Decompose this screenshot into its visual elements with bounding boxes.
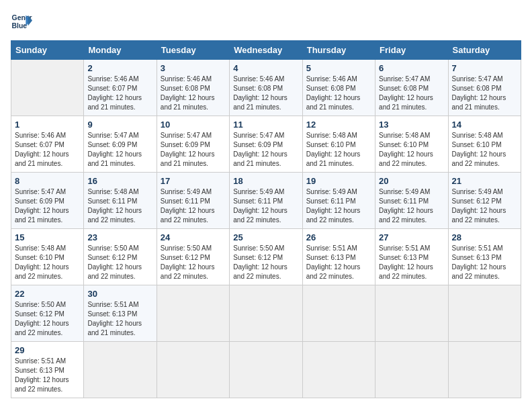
logo: General Blue <box>11 11 32 32</box>
day-number: 17 <box>161 176 226 186</box>
calendar-cell: 26Sunrise: 5:51 AMSunset: 6:13 PMDayligh… <box>302 229 375 285</box>
day-detail: Sunrise: 5:48 AMSunset: 6:11 PMDaylight:… <box>87 187 152 225</box>
day-number: 23 <box>87 232 152 242</box>
calendar-row: 1Sunrise: 5:46 AMSunset: 6:07 PMDaylight… <box>11 116 521 173</box>
day-number: 25 <box>233 232 298 242</box>
calendar-cell: 15Sunrise: 5:48 AMSunset: 6:10 PMDayligh… <box>11 229 84 285</box>
weekday-header-cell: Sunday <box>11 41 84 60</box>
day-number: 16 <box>87 176 152 186</box>
calendar-cell: 1Sunrise: 5:46 AMSunset: 6:07 PMDaylight… <box>11 116 84 173</box>
day-number: 26 <box>306 232 371 242</box>
day-detail: Sunrise: 5:49 AMSunset: 6:11 PMDaylight:… <box>161 187 226 225</box>
calendar-cell: 7Sunrise: 5:47 AMSunset: 6:08 PMDaylight… <box>448 60 521 116</box>
calendar-cell: 10Sunrise: 5:47 AMSunset: 6:09 PMDayligh… <box>157 116 229 173</box>
calendar-cell: 16Sunrise: 5:48 AMSunset: 6:11 PMDayligh… <box>84 173 157 229</box>
day-detail: Sunrise: 5:48 AMSunset: 6:10 PMDaylight:… <box>15 244 80 281</box>
weekday-header-cell: Saturday <box>448 41 521 60</box>
weekday-header-cell: Monday <box>84 41 157 60</box>
day-detail: Sunrise: 5:50 AMSunset: 6:12 PMDaylight:… <box>233 244 298 281</box>
day-detail: Sunrise: 5:47 AMSunset: 6:09 PMDaylight:… <box>233 131 298 169</box>
weekday-header-cell: Wednesday <box>230 41 302 60</box>
day-number: 28 <box>452 232 517 242</box>
weekday-header-row: SundayMondayTuesdayWednesdayThursdayFrid… <box>11 41 521 60</box>
calendar-cell <box>375 285 448 342</box>
day-detail: Sunrise: 5:46 AMSunset: 6:07 PMDaylight:… <box>87 75 152 112</box>
calendar-cell: 8Sunrise: 5:47 AMSunset: 6:09 PMDaylight… <box>11 173 84 229</box>
day-detail: Sunrise: 5:47 AMSunset: 6:09 PMDaylight:… <box>161 131 226 169</box>
day-detail: Sunrise: 5:51 AMSunset: 6:13 PMDaylight:… <box>87 300 152 338</box>
calendar-cell: 13Sunrise: 5:48 AMSunset: 6:10 PMDayligh… <box>375 116 448 173</box>
calendar-cell <box>157 285 229 342</box>
calendar-cell: 9Sunrise: 5:47 AMSunset: 6:09 PMDaylight… <box>84 116 157 173</box>
day-number: 27 <box>379 232 444 242</box>
calendar-cell <box>448 285 521 342</box>
day-detail: Sunrise: 5:49 AMSunset: 6:11 PMDaylight:… <box>379 187 444 225</box>
day-detail: Sunrise: 5:50 AMSunset: 6:12 PMDaylight:… <box>15 300 80 338</box>
day-detail: Sunrise: 5:48 AMSunset: 6:10 PMDaylight:… <box>452 131 517 169</box>
day-detail: Sunrise: 5:50 AMSunset: 6:12 PMDaylight:… <box>161 244 226 281</box>
day-number: 5 <box>306 63 371 73</box>
calendar-cell: 11Sunrise: 5:47 AMSunset: 6:09 PMDayligh… <box>230 116 302 173</box>
day-number: 21 <box>452 176 517 186</box>
svg-text:Blue: Blue <box>12 22 28 30</box>
calendar-cell: 27Sunrise: 5:51 AMSunset: 6:13 PMDayligh… <box>375 229 448 285</box>
day-number: 30 <box>87 289 152 299</box>
calendar-cell: 19Sunrise: 5:49 AMSunset: 6:11 PMDayligh… <box>302 173 375 229</box>
calendar-cell: 24Sunrise: 5:50 AMSunset: 6:12 PMDayligh… <box>157 229 229 285</box>
weekday-header-cell: Tuesday <box>157 41 229 60</box>
calendar-cell: 4Sunrise: 5:46 AMSunset: 6:08 PMDaylight… <box>230 60 302 116</box>
calendar-cell: 30Sunrise: 5:51 AMSunset: 6:13 PMDayligh… <box>84 285 157 342</box>
calendar-cell <box>375 342 448 398</box>
calendar-cell <box>157 342 229 398</box>
calendar-cell <box>302 342 375 398</box>
calendar-cell: 23Sunrise: 5:50 AMSunset: 6:12 PMDayligh… <box>84 229 157 285</box>
day-detail: Sunrise: 5:51 AMSunset: 6:13 PMDaylight:… <box>15 357 80 394</box>
day-number: 4 <box>233 63 298 73</box>
calendar-row: 29Sunrise: 5:51 AMSunset: 6:13 PMDayligh… <box>11 342 521 398</box>
day-detail: Sunrise: 5:47 AMSunset: 6:09 PMDaylight:… <box>15 187 80 225</box>
calendar-row: 22Sunrise: 5:50 AMSunset: 6:12 PMDayligh… <box>11 285 521 342</box>
calendar-row: 2Sunrise: 5:46 AMSunset: 6:07 PMDaylight… <box>11 60 521 116</box>
day-number: 22 <box>15 289 80 299</box>
day-detail: Sunrise: 5:46 AMSunset: 6:08 PMDaylight:… <box>233 75 298 112</box>
calendar-cell <box>11 60 84 116</box>
calendar-row: 8Sunrise: 5:47 AMSunset: 6:09 PMDaylight… <box>11 173 521 229</box>
day-number: 14 <box>452 120 517 130</box>
day-number: 24 <box>161 232 226 242</box>
calendar-cell <box>448 342 521 398</box>
day-number: 15 <box>15 232 80 242</box>
day-detail: Sunrise: 5:47 AMSunset: 6:08 PMDaylight:… <box>379 75 444 112</box>
day-detail: Sunrise: 5:49 AMSunset: 6:11 PMDaylight:… <box>233 187 298 225</box>
logo-icon: General Blue <box>11 11 32 32</box>
day-detail: Sunrise: 5:51 AMSunset: 6:13 PMDaylight:… <box>379 244 444 281</box>
day-detail: Sunrise: 5:50 AMSunset: 6:12 PMDaylight:… <box>87 244 152 281</box>
calendar-cell: 25Sunrise: 5:50 AMSunset: 6:12 PMDayligh… <box>230 229 302 285</box>
day-number: 19 <box>306 176 371 186</box>
day-detail: Sunrise: 5:48 AMSunset: 6:10 PMDaylight:… <box>379 131 444 169</box>
calendar-cell: 20Sunrise: 5:49 AMSunset: 6:11 PMDayligh… <box>375 173 448 229</box>
day-number: 6 <box>379 63 444 73</box>
day-number: 9 <box>87 120 152 130</box>
day-number: 12 <box>306 120 371 130</box>
day-number: 3 <box>161 63 226 73</box>
day-detail: Sunrise: 5:48 AMSunset: 6:10 PMDaylight:… <box>306 131 371 169</box>
day-number: 7 <box>452 63 517 73</box>
calendar-cell <box>230 342 302 398</box>
calendar-cell <box>302 285 375 342</box>
day-number: 11 <box>233 120 298 130</box>
calendar-cell: 5Sunrise: 5:46 AMSunset: 6:08 PMDaylight… <box>302 60 375 116</box>
day-detail: Sunrise: 5:49 AMSunset: 6:11 PMDaylight:… <box>306 187 371 225</box>
day-detail: Sunrise: 5:51 AMSunset: 6:13 PMDaylight:… <box>452 244 517 281</box>
weekday-header-cell: Friday <box>375 41 448 60</box>
day-detail: Sunrise: 5:47 AMSunset: 6:08 PMDaylight:… <box>452 75 517 112</box>
calendar-cell: 18Sunrise: 5:49 AMSunset: 6:11 PMDayligh… <box>230 173 302 229</box>
page-header: General Blue <box>11 11 521 32</box>
day-detail: Sunrise: 5:47 AMSunset: 6:09 PMDaylight:… <box>87 131 152 169</box>
calendar-body: 2Sunrise: 5:46 AMSunset: 6:07 PMDaylight… <box>11 60 521 398</box>
calendar-cell: 28Sunrise: 5:51 AMSunset: 6:13 PMDayligh… <box>448 229 521 285</box>
day-number: 8 <box>15 176 80 186</box>
calendar-cell <box>230 285 302 342</box>
day-number: 18 <box>233 176 298 186</box>
calendar-table: SundayMondayTuesdayWednesdayThursdayFrid… <box>11 40 521 398</box>
day-number: 10 <box>161 120 226 130</box>
